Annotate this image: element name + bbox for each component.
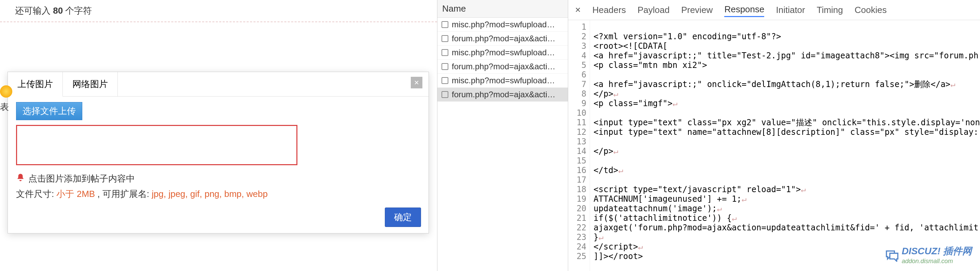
char-counter-prefix: 还可输入 — [15, 5, 53, 16]
file-size-value: 小于 2MB — [56, 189, 95, 199]
char-count: 80 — [53, 5, 63, 16]
close-icon[interactable]: × — [411, 77, 422, 89]
code-line: <a href="javascript:;" title="Test-2.jpg… — [593, 51, 980, 60]
tab-payload[interactable]: Payload — [638, 3, 670, 17]
network-request-item[interactable]: forum.php?mod=ajax&acti… — [438, 32, 568, 46]
code-line — [593, 156, 980, 166]
tab-headers[interactable]: Headers — [592, 3, 626, 17]
side-label: 表 — [0, 101, 9, 113]
code-line: <input type="text" name="attachnew[8][de… — [593, 127, 980, 137]
dialog-tabs: 上传图片 网络图片 × — [8, 72, 428, 97]
checkbox-icon[interactable] — [442, 91, 448, 98]
code-line — [593, 70, 980, 79]
code-line: </p>↵ — [593, 146, 980, 156]
request-name: misc.php?mod=swfupload… — [452, 20, 555, 29]
char-counter-suffix: 个字符 — [63, 5, 92, 16]
code-line: <a href="javascript:;" onclick="delImgAt… — [593, 79, 980, 89]
response-code-view[interactable]: 1234567891011121314151617181920212223242… — [568, 20, 980, 271]
checkbox-icon[interactable] — [442, 63, 448, 70]
code-line: updateattachnum('image');↵ — [593, 204, 980, 213]
code-line: if($('attachlimitnotice')) {↵ — [593, 213, 980, 223]
watermark-url: addon.dismall.com — [902, 258, 972, 265]
tab-response[interactable]: Response — [724, 3, 764, 17]
code-line — [593, 175, 980, 185]
code-line — [593, 22, 980, 32]
code-line: <p class="mtn mbn xi2"> — [593, 60, 980, 70]
code-line: <input type="text" class="px xg2" value=… — [593, 118, 980, 127]
bell-icon — [16, 173, 25, 184]
checkbox-icon[interactable] — [442, 35, 448, 42]
chat-icon — [885, 248, 898, 262]
code-lines: <?xml version="1.0" encoding="utf-8"?><r… — [590, 20, 980, 271]
code-line: ajaxget('forum.php?mod=ajax&action=updat… — [593, 223, 980, 233]
code-line: <root><![CDATA[ — [593, 41, 980, 51]
code-line: ATTACHNUM['imageunused'] += 1;↵ — [593, 194, 980, 204]
network-request-item[interactable]: forum.php?mod=ajax&acti… — [438, 88, 568, 102]
response-tabs: × HeadersPayloadPreviewResponseInitiator… — [568, 0, 980, 20]
char-counter: 还可输入 80 个字符 — [0, 0, 437, 22]
file-size-label: 文件尺寸: — [16, 189, 56, 199]
checkbox-icon[interactable] — [442, 77, 448, 84]
network-request-item[interactable]: misc.php?mod=swfupload… — [438, 18, 568, 32]
name-column-header[interactable]: Name — [438, 0, 568, 18]
select-file-button[interactable]: 选择文件上传 — [16, 102, 82, 120]
response-pane: × HeadersPayloadPreviewResponseInitiator… — [568, 0, 980, 271]
code-line: </td>↵ — [593, 166, 980, 175]
tab-upload-image[interactable]: 上传图片 — [8, 72, 63, 97]
upload-dropzone[interactable] — [16, 125, 298, 165]
code-line — [593, 108, 980, 118]
hint-text: 点击图片添加到帖子内容中 — [28, 173, 135, 185]
watermark-text: DISCUZ! 插件网 addon.dismall.com — [902, 245, 972, 265]
checkbox-icon[interactable] — [442, 21, 448, 28]
code-line: }↵ — [593, 233, 980, 242]
tab-preview[interactable]: Preview — [681, 3, 713, 17]
watermark: DISCUZ! 插件网 addon.dismall.com — [885, 245, 972, 265]
watermark-title: DISCUZ! 插件网 — [902, 245, 972, 258]
hint-row: 点击图片添加到帖子内容中 — [16, 173, 420, 185]
ext-value: jpg, jpeg, gif, png, bmp, webp — [152, 189, 268, 199]
close-response-icon[interactable]: × — [575, 5, 581, 15]
line-gutter: 1234567891011121314151617181920212223242… — [568, 20, 590, 271]
emoji-icon[interactable] — [0, 85, 12, 98]
tab-cookies[interactable]: Cookies — [855, 3, 887, 17]
tab-initiator[interactable]: Initiator — [776, 3, 805, 17]
request-name: misc.php?mod=swfupload… — [452, 48, 555, 57]
upload-dialog: 上传图片 网络图片 × 选择文件上传 点击图片添加到帖子内容中 文件尺寸: 小于… — [8, 72, 429, 233]
checkbox-icon[interactable] — [442, 49, 448, 56]
request-name: forum.php?mod=ajax&acti… — [452, 90, 555, 99]
tab-network-image[interactable]: 网络图片 — [63, 72, 118, 96]
code-line: <?xml version="1.0" encoding="utf-8"?> — [593, 32, 980, 41]
request-name: misc.php?mod=swfupload… — [452, 76, 555, 85]
network-request-item[interactable]: misc.php?mod=swfupload… — [438, 74, 568, 88]
request-name: forum.php?mod=ajax&acti… — [452, 34, 555, 43]
file-info: 文件尺寸: 小于 2MB , 可用扩展名: jpg, jpeg, gif, pn… — [16, 188, 420, 200]
confirm-button[interactable]: 确定 — [385, 208, 421, 227]
code-line: <script type="text/javascript" reload="1… — [593, 185, 980, 194]
network-request-item[interactable]: forum.php?mod=ajax&acti… — [438, 60, 568, 74]
code-line — [593, 137, 980, 146]
editor-pane: 还可输入 80 个字符 表 上传图片 网络图片 × 选择文件上传 点击图片添加到… — [0, 0, 437, 271]
network-request-list: Name misc.php?mod=swfupload…forum.php?mo… — [438, 0, 568, 271]
code-line: </p>↵ — [593, 89, 980, 99]
dialog-body: 选择文件上传 点击图片添加到帖子内容中 文件尺寸: 小于 2MB , 可用扩展名… — [8, 97, 428, 208]
network-request-item[interactable]: misc.php?mod=swfupload… — [438, 46, 568, 60]
ext-label: , 可用扩展名: — [95, 189, 152, 199]
request-name: forum.php?mod=ajax&acti… — [452, 62, 555, 71]
network-items: misc.php?mod=swfupload…forum.php?mod=aja… — [438, 18, 568, 271]
code-line: <p class="imgf">↵ — [593, 99, 980, 108]
tab-timing[interactable]: Timing — [817, 3, 843, 17]
dialog-footer: 确定 — [8, 208, 428, 233]
devtools-pane: Name misc.php?mod=swfupload…forum.php?mo… — [437, 0, 980, 271]
